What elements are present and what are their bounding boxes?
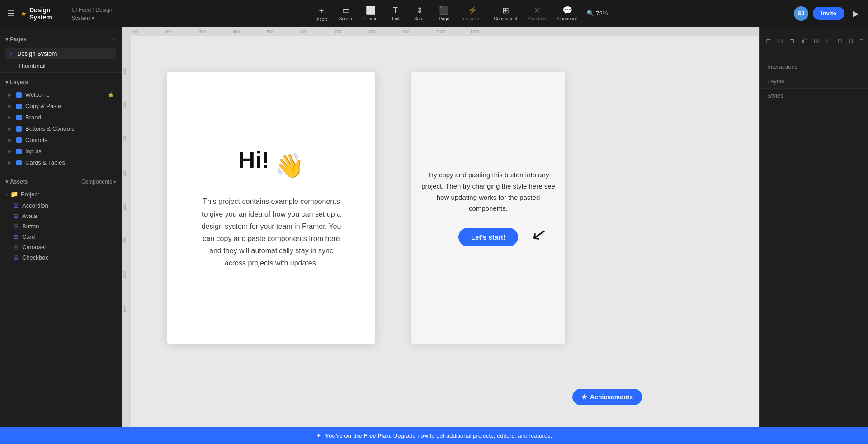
layers-title: ▾ Layers xyxy=(5,79,28,85)
layer-expand-icon: ▶ xyxy=(8,126,12,131)
screen-tool[interactable]: ▭ Screen xyxy=(335,3,358,24)
insert-icon: ＋ xyxy=(317,5,326,16)
lock-icon: 🔒 xyxy=(108,92,113,97)
layer-expand-icon: ▶ xyxy=(8,115,12,120)
asset-card[interactable]: ⊞ Card xyxy=(5,231,116,242)
zoom-icon: 🔍 xyxy=(587,10,594,17)
canvas-frame-1[interactable]: Hi! 👋 This project contains example comp… xyxy=(167,72,375,344)
component-tool[interactable]: ⊞ Component xyxy=(489,3,522,24)
ruler-mark-800: 800 xyxy=(368,29,402,34)
pages-title: ▾ Pages xyxy=(5,36,27,43)
components-dropdown[interactable]: Components ▾ xyxy=(81,179,116,185)
pages-section: ▾ Pages + ✓ Design System Thumbnail xyxy=(0,27,122,73)
canvas-frame-2[interactable]: Try copy and pasting this button into an… xyxy=(411,72,565,344)
zoom-control[interactable]: 🔍 72% xyxy=(583,8,611,19)
interactions-panel-item[interactable]: Interactions xyxy=(760,60,868,74)
layer-buttons-controls[interactable]: ▶ Buttons & Controls xyxy=(5,123,116,134)
align-trash-icon[interactable]: 🗑 xyxy=(799,35,810,46)
ruler-mark-400: 400 xyxy=(233,29,267,34)
asset-avatar[interactable]: ⊞ Avatar xyxy=(5,211,116,221)
alignment-bar: ⊏ ⊟ ⊐ 🗑 ⊞ ⊟ ⊓ ⊔ ≡ xyxy=(760,27,868,54)
variables-tool[interactable]: ✕ Variables xyxy=(524,3,551,24)
insert-tool[interactable]: ＋ Insert xyxy=(310,2,333,24)
canvas-body-text: This project contains example components… xyxy=(199,195,344,269)
ruler-left-mark-300: 300 xyxy=(122,75,131,109)
app-name: Design System xyxy=(29,6,67,21)
layers-header[interactable]: ▾ Layers xyxy=(5,76,116,89)
play-button[interactable]: ▶ xyxy=(849,7,863,20)
align-left-icon[interactable]: ⊏ xyxy=(764,35,774,46)
user-avatar[interactable]: SJ xyxy=(794,6,808,21)
lets-start-button[interactable]: Let's start! xyxy=(458,228,518,246)
layer-welcome[interactable]: ▶ Welcome 🔒 xyxy=(5,89,116,100)
layer-color-welcome xyxy=(16,92,22,98)
ruler-left-mark-800: 800 xyxy=(122,244,131,278)
layer-expand-icon: ▶ xyxy=(8,160,12,165)
add-page-button[interactable]: + xyxy=(110,34,116,44)
ruler-mark-700: 700 xyxy=(335,29,368,34)
page-tool[interactable]: ⬛ Page xyxy=(433,3,455,24)
comment-tool[interactable]: 💬 Comment xyxy=(553,3,581,24)
align-right-icon[interactable]: ⊐ xyxy=(787,35,797,46)
asset-accordion[interactable]: ⊞ Accordion xyxy=(5,200,116,211)
achievements-button[interactable]: ★ Achievements xyxy=(572,389,642,405)
bottom-bar-text: You're on the Free Plan. Upgrade now to … xyxy=(325,432,552,439)
bottom-bar: ✦ You're on the Free Plan. Upgrade now t… xyxy=(0,427,868,444)
align-more-icon[interactable]: ≡ xyxy=(858,35,866,46)
asset-carousel[interactable]: ⊞ Carousel xyxy=(5,242,116,252)
canvas-title-row: Hi! 👋 xyxy=(238,146,304,184)
layer-brand[interactable]: ▶ Brand xyxy=(5,112,116,123)
component-icon: ⊞ xyxy=(502,5,509,15)
layer-inputs[interactable]: ▶ Inputs xyxy=(5,146,116,157)
layer-expand-icon: ▶ xyxy=(8,104,12,109)
layer-controls[interactable]: ▶ Controls xyxy=(5,134,116,146)
align-distribute-v-icon[interactable]: ⊟ xyxy=(823,35,833,46)
canvas-area[interactable]: 100 200 300 400 500 600 700 800 900 1000… xyxy=(122,27,760,427)
breadcrumb-arrow: ▾ xyxy=(92,15,94,21)
grid-icon-checkbox: ⊞ xyxy=(14,254,19,261)
interaction-tool[interactable]: ⚡ Interaction xyxy=(457,3,487,24)
align-bottom-icon[interactable]: ⊔ xyxy=(846,35,856,46)
grid-icon-avatar: ⊞ xyxy=(14,213,19,219)
comment-icon: 💬 xyxy=(562,5,572,15)
canvas-content: Hi! 👋 This project contains example comp… xyxy=(131,36,760,427)
align-center-h-icon[interactable]: ⊟ xyxy=(775,35,785,46)
project-header[interactable]: ▾ 📁 Project xyxy=(5,189,116,200)
ruler-left-mark-200: 200 xyxy=(122,41,131,75)
layout-panel-item[interactable]: Layout xyxy=(760,74,868,89)
topbar: ☰ ★ Design System UI Feed / Design Syste… xyxy=(0,0,868,27)
text-tool[interactable]: T Text xyxy=(384,3,406,24)
canvas-wave-emoji: 👋 xyxy=(275,152,304,179)
ruler-mark-500: 500 xyxy=(267,29,301,34)
layer-color-copy xyxy=(16,104,22,109)
ruler-mark-900: 900 xyxy=(402,29,436,34)
left-panel: ▾ Pages + ✓ Design System Thumbnail ▾ La… xyxy=(0,27,122,427)
align-distribute-h-icon[interactable]: ⊞ xyxy=(811,35,821,46)
frame-tool[interactable]: ⬜ Frame xyxy=(359,3,382,24)
layer-color-brand xyxy=(16,115,22,120)
pages-header[interactable]: ▾ Pages + xyxy=(5,32,116,48)
align-top-icon[interactable]: ⊓ xyxy=(835,35,844,46)
free-plan-text: You're on the Free Plan. xyxy=(325,432,392,439)
page-icon: ⬛ xyxy=(439,5,449,15)
upgrade-text: Upgrade now to get additional projects, … xyxy=(393,432,552,439)
asset-checkbox[interactable]: ⊞ Checkbox xyxy=(5,252,116,263)
layer-cards-tables[interactable]: ▶ Cards & Tables xyxy=(5,157,116,168)
frame-icon: ⬜ xyxy=(366,5,376,15)
page-item-design-system[interactable]: ✓ Design System xyxy=(5,48,116,59)
styles-panel-item[interactable]: Styles xyxy=(760,89,868,103)
asset-button[interactable]: ⊞ Button xyxy=(5,221,116,231)
invite-button[interactable]: Invite xyxy=(813,7,844,20)
assets-header: ▾ Assets Components ▾ xyxy=(5,176,116,189)
page-item-thumbnail[interactable]: Thumbnail xyxy=(5,60,116,71)
arrow-decoration: ↙ xyxy=(530,222,548,245)
grid-icon-accordion: ⊞ xyxy=(14,202,19,209)
hamburger-icon[interactable]: ☰ xyxy=(5,7,16,20)
ruler-mark-200: 200 xyxy=(165,29,199,34)
ruler-mark-1000: 1000 xyxy=(436,29,470,34)
bottom-star-icon: ✦ xyxy=(316,432,321,439)
ruler-mark-1100: 1100 xyxy=(470,29,504,34)
achievements-star-icon: ★ xyxy=(581,393,587,401)
layer-copy-paste[interactable]: ▶ Copy & Paste xyxy=(5,100,116,112)
scroll-tool[interactable]: ⇕ Scroll xyxy=(408,3,431,24)
